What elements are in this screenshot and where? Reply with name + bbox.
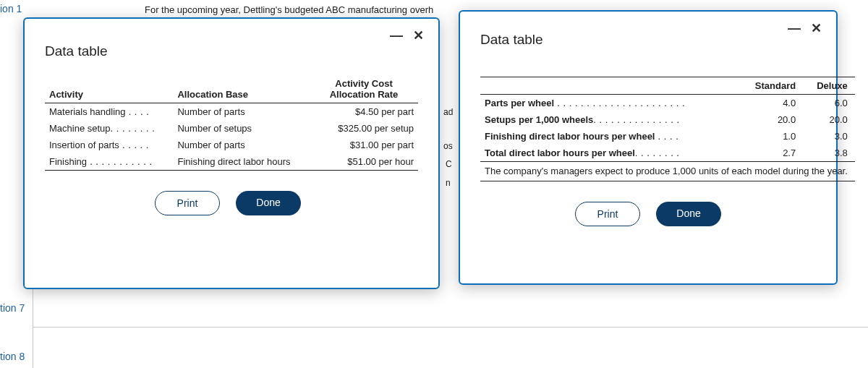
cell: Finishing direct labor hours [173,153,310,171]
cell: $325.00 per setup [310,120,418,137]
col-rate: Activity Cost Allocation Rate [310,75,418,103]
cell: Finishing [49,156,87,167]
table-row: Finishing direct labor hours per wheel .… [480,128,855,145]
cell: 3.8 [803,145,855,162]
minimize-icon[interactable]: — [788,22,801,35]
cell: Parts per wheel [485,98,554,108]
cell: $31.00 per part [310,137,418,153]
table-row: Parts per wheel . . . . . . . . . . . . … [480,95,855,112]
cell: $4.50 per part [310,103,418,121]
dots: . . . . . [119,140,149,150]
cell: 6.0 [803,95,855,112]
table-row: Finishing . . . . . . . . . . . Finishin… [45,153,418,171]
table-row: Total direct labor hours per wheel. . . … [480,145,855,162]
cell: 2.7 [739,145,803,162]
activity-rates-table: Activity Allocation Base Activity Cost A… [45,75,418,171]
background-intro-text: For the upcoming year, Dettling's budget… [145,4,433,15]
print-button[interactable]: Print [575,202,640,226]
dots: . . . . [655,131,678,142]
cell: Insertion of parts [49,140,119,150]
cell: Machine setup [49,123,111,134]
minimize-icon[interactable]: — [390,29,403,42]
cell: Number of parts [173,137,310,153]
cell: 4.0 [739,95,803,112]
production-note: The company's managers expect to produce… [480,162,855,181]
table-row: Insertion of parts . . . . . Number of p… [45,137,418,153]
row-divider [33,327,868,328]
table-row: Setups per 1,000 wheels. . . . . . . . .… [480,111,855,128]
dots: . . . . . . . . [635,147,680,158]
data-table-modal-rates: Data table — ✕ Activity Allocation Base … [23,17,440,289]
cell: 1.0 [739,128,803,145]
bg-fragment: C [446,159,452,169]
dots: . . . . [126,106,150,117]
done-button[interactable]: Done [656,202,721,226]
col-activity: Activity [45,75,173,103]
sidebar-question-7[interactable]: tion 7 [0,302,25,314]
cell: Number of parts [173,103,310,121]
done-button[interactable]: Done [236,191,301,215]
sidebar-question-1[interactable]: ion 1 [0,3,22,14]
table-note-row: The company's managers expect to produce… [480,162,855,181]
sidebar-question-8[interactable]: tion 8 [0,351,25,362]
cell: Materials handling [49,106,126,117]
cell: Number of setups [173,120,310,137]
dots: . . . . . . . . . . . [87,156,152,167]
close-icon[interactable]: ✕ [811,22,822,35]
print-button[interactable]: Print [155,191,220,215]
data-table-modal-params: Data table — ✕ Standard Deluxe Parts per… [459,10,838,285]
cell: Total direct labor hours per wheel [485,147,635,158]
cell: Setups per 1,000 wheels [485,114,593,125]
cell: 20.0 [803,111,855,128]
cell: 20.0 [739,111,803,128]
model-params-table: Standard Deluxe Parts per wheel . . . . … [480,77,855,181]
modal-title: Data table [480,22,543,48]
dots: . . . . . . . . [111,123,156,134]
close-icon[interactable]: ✕ [413,29,424,42]
col-standard: Standard [739,77,803,95]
table-row: Materials handling . . . . Number of par… [45,103,418,121]
cell: Finishing direct labor hours per wheel [485,131,655,142]
table-row: Machine setup. . . . . . . . Number of s… [45,120,418,137]
bg-fragment: n [446,178,451,188]
col-deluxe: Deluxe [803,77,855,95]
dots: . . . . . . . . . . . . . . . . . . . . … [554,98,685,108]
cell: 3.0 [803,128,855,145]
dots: . . . . . . . . . . . . . . . [593,114,679,125]
cell: $51.00 per hour [310,153,418,171]
bg-fragment: ad [443,107,453,117]
col-base: Allocation Base [173,75,310,103]
bg-fragment: os [443,141,453,151]
modal-title: Data table [45,29,108,59]
